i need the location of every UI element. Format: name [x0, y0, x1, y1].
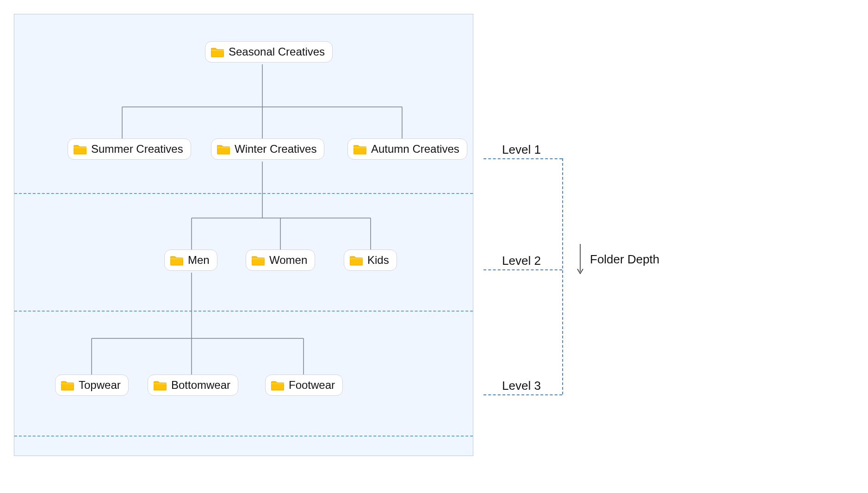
node-footwear: Footwear — [265, 374, 343, 396]
folder-depth: Folder Depth — [576, 243, 659, 275]
folder-icon — [74, 144, 87, 155]
folder-icon — [211, 46, 224, 57]
node-men: Men — [164, 250, 217, 271]
level-3-label: Level 3 — [502, 379, 541, 393]
node-winter-creatives: Winter Creatives — [211, 138, 324, 160]
node-label: Bottomwear — [171, 379, 230, 392]
arrow-down-icon — [576, 243, 584, 275]
node-label: Seasonal Creatives — [229, 45, 325, 58]
folder-icon — [154, 380, 167, 391]
folder-icon — [353, 144, 366, 155]
node-women: Women — [246, 250, 315, 271]
node-label: Summer Creatives — [91, 143, 183, 156]
side-vertical-bracket — [562, 158, 563, 394]
folder-depth-label: Folder Depth — [590, 252, 659, 267]
folder-icon — [217, 144, 230, 155]
node-label: Footwear — [289, 379, 335, 392]
node-label: Kids — [367, 254, 389, 267]
side-dash-2 — [484, 269, 562, 270]
node-seasonal-creatives: Seasonal Creatives — [205, 41, 333, 62]
node-summer-creatives: Summer Creatives — [68, 138, 191, 160]
node-autumn-creatives: Autumn Creatives — [347, 138, 467, 160]
node-topwear: Topwear — [55, 374, 129, 396]
folder-icon — [271, 380, 284, 391]
diagram-canvas: Seasonal Creatives Summer Creatives Wint… — [14, 14, 473, 456]
folder-icon — [61, 380, 74, 391]
side-dash-3 — [484, 394, 562, 395]
level-2-label: Level 2 — [502, 254, 541, 268]
node-label: Topwear — [79, 379, 121, 392]
folder-icon — [170, 255, 183, 266]
node-label: Winter Creatives — [235, 143, 316, 156]
folder-icon — [350, 255, 363, 266]
folder-icon — [252, 255, 265, 266]
node-kids: Kids — [344, 250, 397, 271]
side-dash-1 — [484, 158, 562, 159]
node-label: Women — [269, 254, 307, 267]
node-label: Autumn Creatives — [371, 143, 459, 156]
node-label: Men — [188, 254, 210, 267]
node-bottomwear: Bottomwear — [148, 374, 238, 396]
level-1-label: Level 1 — [502, 143, 541, 157]
side-panel: Level 1 Level 2 Level 3 Folder Depth — [484, 14, 854, 456]
